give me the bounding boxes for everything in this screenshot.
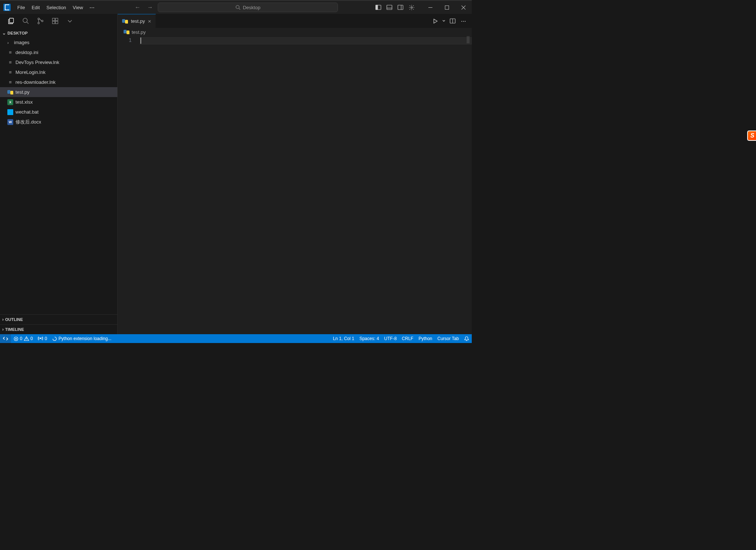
timeline-section[interactable]: › TIMELINE <box>0 324 117 334</box>
excel-icon: X <box>7 99 13 105</box>
line-number: 1 <box>118 37 132 43</box>
run-button[interactable] <box>430 16 440 26</box>
explorer-tab-icon[interactable] <box>4 14 18 28</box>
chevron-right-icon: › <box>2 317 4 322</box>
minimap-slider[interactable] <box>467 36 470 43</box>
tree-item-file[interactable]: W 修改后.docx <box>0 117 117 127</box>
svg-rect-7 <box>10 18 14 23</box>
tree-item-folder[interactable]: › images <box>0 38 117 47</box>
menu-more[interactable]: ··· <box>86 1 98 14</box>
settings-gear-icon[interactable] <box>406 0 417 14</box>
chevron-down-icon[interactable] <box>63 14 76 28</box>
eol[interactable]: CRLF <box>399 334 416 343</box>
file-label: desktop.ini <box>15 50 38 55</box>
problems-indicator[interactable]: 0 0 <box>11 334 35 343</box>
loading-spinner-icon <box>52 336 57 341</box>
extensions-tab-icon[interactable] <box>49 14 62 28</box>
svg-rect-14 <box>53 21 55 24</box>
tree-item-file[interactable]: wechat.bat <box>0 107 117 117</box>
loading-text: Python extension loading... <box>58 336 111 341</box>
svg-point-11 <box>42 20 43 22</box>
sidebar-tabs <box>0 14 117 28</box>
svg-rect-13 <box>56 18 58 21</box>
file-lines-icon: ≡ <box>7 79 13 85</box>
tab-bar: test.py × ··· <box>118 14 472 28</box>
python-icon <box>122 18 128 24</box>
remote-indicator[interactable] <box>0 334 11 343</box>
split-editor-icon[interactable] <box>447 16 458 26</box>
cursor-position[interactable]: Ln 1, Col 1 <box>330 334 357 343</box>
file-label: wechat.bat <box>15 109 39 115</box>
timeline-label: TIMELINE <box>5 327 24 332</box>
language-mode[interactable]: Python <box>416 334 435 343</box>
nav-forward-button[interactable]: → <box>145 3 155 12</box>
folder-root[interactable]: ⌄ DESKTOP <box>0 29 117 38</box>
svg-rect-12 <box>53 18 55 21</box>
indentation[interactable]: Spaces: 4 <box>357 334 381 343</box>
tree-item-file[interactable]: ≡ res-downloader.lnk <box>0 77 117 87</box>
warning-icon <box>24 336 29 341</box>
radio-tower-icon <box>38 336 43 341</box>
editor-body[interactable]: 1 <box>118 36 472 334</box>
tab-label: test.py <box>131 18 145 24</box>
svg-point-0 <box>236 6 239 9</box>
sidebar: ⌄ DESKTOP › images ≡ desktop.ini ≡ DevTo… <box>0 14 118 334</box>
text-cursor <box>140 38 141 44</box>
loading-indicator[interactable]: Python extension loading... <box>50 334 114 343</box>
menu-view[interactable]: View <box>69 1 86 14</box>
more-actions-icon[interactable]: ··· <box>459 16 469 26</box>
layout-primary-sidebar-icon[interactable] <box>373 0 384 14</box>
file-label: DevToys Preview.lnk <box>15 60 59 65</box>
maximize-button[interactable] <box>439 0 455 14</box>
svg-rect-2 <box>376 5 378 10</box>
notifications-icon[interactable] <box>461 334 472 343</box>
outline-section[interactable]: › OUTLINE <box>0 314 117 324</box>
tree-item-file[interactable]: ≡ desktop.ini <box>0 47 117 57</box>
tree-item-file-active[interactable]: test.py <box>0 87 117 97</box>
svg-point-9 <box>38 18 39 19</box>
breadcrumb[interactable]: test.py <box>118 28 472 36</box>
search-tab-icon[interactable] <box>19 14 32 28</box>
file-lines-icon: ≡ <box>7 60 13 65</box>
menubar: File Edit Selection View ··· <box>14 1 98 14</box>
svg-point-18 <box>40 338 41 339</box>
code-area[interactable] <box>140 36 472 334</box>
close-window-button[interactable] <box>455 0 472 14</box>
file-label: test.py <box>15 89 29 95</box>
menu-edit[interactable]: Edit <box>28 1 43 14</box>
encoding[interactable]: UTF-8 <box>382 334 399 343</box>
close-tab-icon[interactable]: × <box>148 18 151 24</box>
tree-item-file[interactable]: ≡ DevToys Preview.lnk <box>0 57 117 67</box>
nav-back-button[interactable]: ← <box>133 3 142 12</box>
svg-point-10 <box>38 22 39 24</box>
layout-panel-icon[interactable] <box>384 0 395 14</box>
chevron-right-icon: › <box>7 40 12 45</box>
cursor-tab[interactable]: Cursor Tab <box>435 334 461 343</box>
minimize-button[interactable] <box>422 0 439 14</box>
error-icon <box>14 336 18 341</box>
python-icon <box>124 29 129 35</box>
menu-file[interactable]: File <box>14 1 28 14</box>
layout-secondary-sidebar-icon[interactable] <box>395 0 406 14</box>
tree-item-file[interactable]: X test.xlsx <box>0 97 117 107</box>
svg-rect-6 <box>445 6 449 9</box>
file-label: images <box>14 40 29 45</box>
current-line-highlight <box>140 37 472 44</box>
menu-selection[interactable]: Selection <box>43 1 69 14</box>
command-center-search[interactable]: Desktop <box>158 3 338 12</box>
error-count: 0 <box>20 336 22 341</box>
tab-active[interactable]: test.py × <box>118 14 156 28</box>
svg-rect-15 <box>56 21 58 24</box>
file-lines-icon: ≡ <box>7 69 13 75</box>
file-lines-icon: ≡ <box>7 50 13 56</box>
chevron-down-icon: ⌄ <box>2 31 6 36</box>
app-icon[interactable] <box>0 0 14 14</box>
run-dropdown-icon[interactable] <box>441 16 447 26</box>
search-icon <box>235 5 240 10</box>
file-label: MoreLogin.lnk <box>15 69 46 75</box>
windows-icon <box>7 109 13 115</box>
svg-rect-4 <box>398 5 403 10</box>
ports-indicator[interactable]: 0 <box>35 334 50 343</box>
tree-item-file[interactable]: ≡ MoreLogin.lnk <box>0 67 117 77</box>
source-control-tab-icon[interactable] <box>34 14 47 28</box>
